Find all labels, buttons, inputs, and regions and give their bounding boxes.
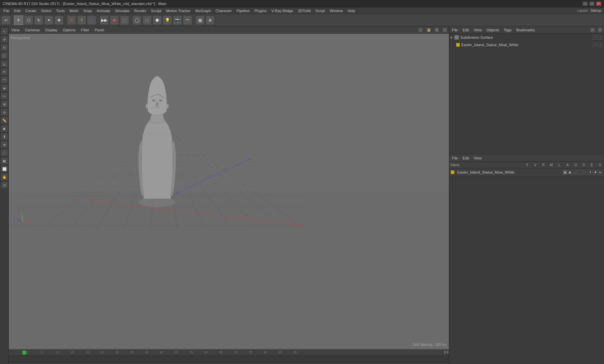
menu-file[interactable]: File [1,8,11,13]
vp-menu-options[interactable]: Options [61,27,77,33]
sidebar-bottom1[interactable]: ⊙ [1,181,8,189]
vp-menu-cameras[interactable]: Cameras [24,27,41,33]
vp-menu-panel[interactable]: Panel [93,27,106,33]
x-axis[interactable]: X [67,16,76,25]
menu-motion-tracker[interactable]: Motion Tracker [164,8,193,13]
minimize-button[interactable]: ─ [582,1,588,6]
sub-check1[interactable]: ✓ [593,35,597,40]
statue-check2[interactable]: ✓ [598,42,603,47]
vp-menu-view[interactable]: View [10,27,21,33]
scene-col-btn4[interactable]: ⋮ [578,170,582,175]
menu-animate[interactable]: Animate [95,8,112,13]
sidebar-scale[interactable]: ⬡ [1,52,8,59]
scene-col-btn7[interactable]: ✱ [593,170,598,175]
record-btn[interactable]: ⏺ [110,16,119,25]
timeline-btn[interactable]: ▶▶ [99,16,109,25]
viewport-solo[interactable]: S [434,27,439,33]
sidebar-measure[interactable]: 📏 [1,117,8,124]
z-axis[interactable]: Z [87,16,96,25]
menu-character[interactable]: Character [213,8,234,13]
menu-sculpt[interactable]: Sculpt [149,8,164,13]
menu-render[interactable]: Render [132,8,148,13]
y-axis[interactable]: Y [77,16,86,25]
sidebar-texture[interactable]: ▦ [1,157,8,164]
sidebar-rotate[interactable]: ↻ [1,44,8,51]
maximize-button[interactable]: □ [589,1,595,6]
scene-menu-view[interactable]: View [472,155,483,161]
menu-vray[interactable]: V-Ray Bridge [269,8,295,13]
timeline-track[interactable] [9,356,449,363]
scene-col-btn8[interactable]: M [598,170,603,175]
statue-check1[interactable]: ✓ [593,42,597,47]
sidebar-extrude[interactable]: ⬆ [1,133,8,140]
spline-obj[interactable]: 〜 [183,16,192,25]
sidebar-bevel[interactable]: ◉ [1,125,8,132]
objects-check2[interactable]: ✓ [597,27,603,33]
scene-col-btn6[interactable]: ⬆ [588,170,593,175]
camera-obj[interactable]: 📷 [173,16,182,25]
capsule-obj[interactable]: ⬟ [152,16,162,25]
sidebar-poly[interactable]: ◈ [1,84,8,92]
object-row-subdivision[interactable]: ▶ Subdivision Surface ✓ ✓ [449,34,604,41]
vp-menu-filter[interactable]: Filter [80,27,90,33]
anim-btn[interactable]: ⬚ [120,16,129,25]
3d-viewport[interactable]: X Y Z Perspective Grid Spacing : 100 cm [9,34,449,349]
menu-tools[interactable]: Tools [54,8,67,13]
close-button[interactable]: ✕ [596,1,601,6]
objects-menu-bookmarks[interactable]: Bookmarks [515,27,536,33]
scene-col-btn3[interactable]: — [573,170,577,175]
scale-tool[interactable]: ⬡ [24,16,33,25]
menu-mograph[interactable]: MoGraph [193,8,213,13]
viewport-expand[interactable]: ↕ [418,27,423,33]
menu-script[interactable]: Script [313,8,327,13]
sidebar-mirror[interactable]: ⊘ [1,109,8,116]
menu-select[interactable]: Select [39,8,54,13]
menu-snap[interactable]: Snap [81,8,94,13]
objects-menu-objects[interactable]: Objects [485,27,500,33]
menu-window[interactable]: Window [327,8,345,13]
sidebar-sculpt2[interactable]: 🖐 [1,173,8,181]
sidebar-spline[interactable]: 〜 [1,76,8,84]
sidebar-smooth[interactable]: ◌ [1,149,8,156]
scene-col-btn2[interactable]: ▦ [568,170,572,175]
objects-menu-view[interactable]: View [472,27,483,33]
sidebar-magnet[interactable]: ⊗ [1,100,8,108]
sidebar-bridge[interactable]: ⊕ [1,141,8,148]
rotate-tool[interactable]: ↻ [34,16,44,25]
add-tool[interactable]: ✚ [54,16,64,25]
scene-col-s-btn[interactable]: ◉ [563,170,567,175]
sphere-obj[interactable]: ◯ [132,16,142,25]
objects-menu-file[interactable]: File [451,27,459,33]
viewport-render[interactable]: □ [442,27,448,33]
sidebar-move[interactable]: ✛ [1,36,8,43]
scene-row-statue[interactable]: Easter_Island_Statue_Moai_White ◉ ▦ — ⋮ … [449,169,604,176]
menu-plugins[interactable]: Plugins [252,8,268,13]
sidebar-deform[interactable]: ◬ [1,60,8,67]
menu-help[interactable]: Help [346,8,357,13]
menu-create[interactable]: Create [23,8,38,13]
sidebar-uv[interactable]: ⬜ [1,165,8,173]
sidebar-knife[interactable]: ✂ [1,92,8,100]
box-obj[interactable]: □ [142,16,152,25]
menu-3dtoall[interactable]: 3DToAll [296,8,313,13]
sidebar-select[interactable]: ↖ [1,28,8,35]
scene-menu-file[interactable]: File [451,155,459,161]
menu-mesh[interactable]: Mesh [67,8,81,13]
scene-col-btn5[interactable]: ↕ [583,170,587,175]
sub-check2[interactable]: ✓ [598,35,603,40]
menu-edit[interactable]: Edit [12,8,23,13]
viewport-lock[interactable]: 🔒 [426,27,431,33]
select-all[interactable]: ✦ [44,16,54,25]
light-obj[interactable]: 💡 [163,16,172,25]
sidebar-paint[interactable]: ✏ [1,68,8,75]
objects-menu-edit[interactable]: Edit [461,27,470,33]
objects-check1[interactable]: ✓ [590,27,595,33]
vp-menu-display[interactable]: Display [44,27,59,33]
undo-button[interactable]: ↩ [1,16,11,25]
objects-menu-tags[interactable]: Tags [502,27,513,33]
scene-menu-edit[interactable]: Edit [461,155,470,161]
menu-simulate[interactable]: Simulate [113,8,132,13]
object-row-statue[interactable]: Easter_Island_Statue_Moai_White ✓ ✓ [449,41,604,49]
menu-pipeline[interactable]: Pipeline [234,8,252,13]
snap-btn[interactable]: ⊕ [205,16,215,25]
